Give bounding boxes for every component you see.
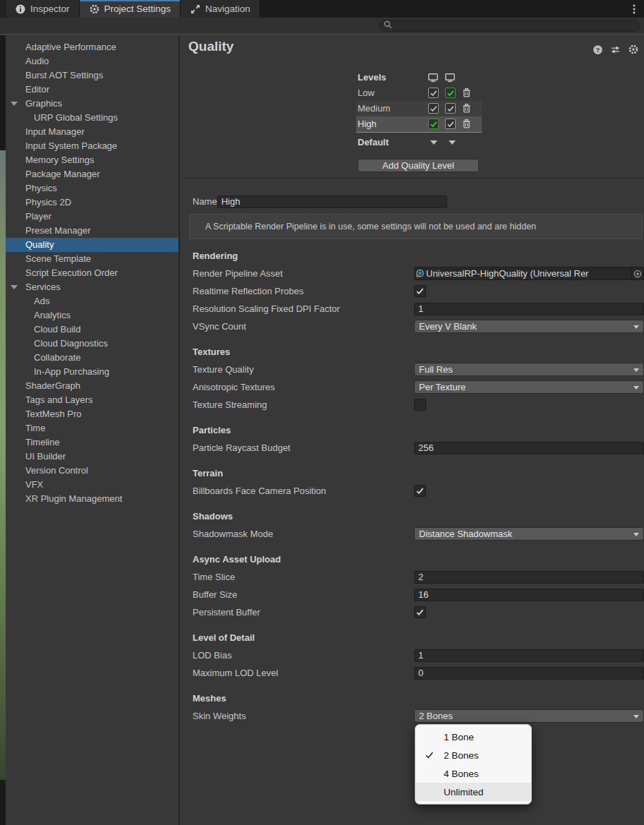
platform-checkbox[interactable] (445, 88, 456, 98)
sidebar-item-services[interactable]: Services (6, 280, 178, 294)
help-icon[interactable]: ? (593, 44, 603, 55)
platform-checkbox[interactable] (428, 88, 439, 98)
sidebar-item-ui-builder[interactable]: UI Builder (6, 450, 178, 464)
lod-bias-field[interactable]: 1 (414, 649, 644, 662)
sidebar-item-urp-global-settings[interactable]: URP Global Settings (6, 111, 178, 125)
sidebar-item-package-manager[interactable]: Package Manager (6, 167, 178, 181)
billboards-face-camera-position-checkbox[interactable] (414, 485, 426, 497)
sidebar-item-input-manager[interactable]: Input Manager (6, 125, 178, 139)
default-dropdown-arrow[interactable] (449, 140, 456, 145)
default-label: Default (358, 137, 389, 147)
check-gray-icon (446, 120, 455, 128)
sidebar-item-version-control[interactable]: Version Control (6, 464, 178, 478)
section-level-of-detail: Level of DetailLOD Bias1Maximum LOD Leve… (181, 629, 644, 682)
menu-item-label: 1 Bone (444, 732, 474, 742)
platform-checkbox[interactable] (445, 119, 456, 129)
sidebar-item-script-execution-order[interactable]: Script Execution Order (6, 266, 178, 280)
vsync-count-dropdown[interactable]: Every V Blank (414, 320, 644, 333)
sidebar-item-physics[interactable]: Physics (6, 181, 178, 195)
sidebar-item-label: Input System Package (25, 140, 117, 151)
default-dropdown-arrow[interactable] (430, 140, 437, 145)
add-quality-level-button[interactable]: Add Quality Level (358, 159, 479, 172)
search-input[interactable] (393, 20, 636, 32)
quality-level-row-medium[interactable]: Medium (356, 101, 482, 116)
delete-level-button[interactable] (461, 88, 473, 99)
delete-level-button[interactable] (461, 103, 473, 114)
skin-weights-dropdown[interactable]: 2 Bones (414, 709, 644, 723)
menu-item-4-bones[interactable]: 4 Bones (415, 764, 531, 783)
platform-checkbox[interactable] (428, 119, 439, 129)
quality-level-row-high[interactable]: High (356, 116, 482, 132)
sidebar-item-player[interactable]: Player (6, 210, 178, 224)
menu-item-2-bones[interactable]: 2 Bones (415, 746, 531, 764)
content: Adaptive PerformanceAudioBurst AOT Setti… (0, 35, 644, 825)
persistent-buffer-checkbox[interactable] (414, 606, 426, 618)
sidebar-item-textmesh-pro[interactable]: TextMesh Pro (6, 407, 178, 421)
chevron-down-icon[interactable] (11, 285, 18, 289)
sidebar-item-time[interactable]: Time (6, 421, 178, 435)
sidebar-item-memory-settings[interactable]: Memory Settings (6, 153, 178, 167)
realtime-reflection-probes-checkbox[interactable] (414, 285, 426, 297)
sidebar-item-adaptive-performance[interactable]: Adaptive Performance (6, 40, 178, 54)
preset-icon[interactable] (610, 44, 621, 55)
shadowmask-mode-dropdown[interactable]: Distance Shadowmask (414, 527, 644, 541)
name-field[interactable]: High (217, 195, 447, 208)
sidebar-item-quality[interactable]: Quality (6, 238, 178, 252)
quality-level-row-low[interactable]: Low (356, 85, 482, 101)
sidebar-item-vfx[interactable]: VFX (6, 478, 178, 492)
trash-icon (461, 103, 472, 114)
resolution-scaling-fixed-dpi-factor-field[interactable]: 1 (414, 303, 644, 315)
setting-label: Anisotropic Textures (193, 382, 414, 392)
search-box[interactable] (379, 20, 640, 32)
tab-project-settings[interactable]: Project Settings (80, 0, 181, 18)
sidebar-item-label: Input Manager (25, 126, 85, 137)
chevron-down-icon[interactable] (11, 102, 18, 106)
menu-item-unlimited[interactable]: Unlimited (415, 783, 531, 801)
platform-checkbox[interactable] (428, 103, 439, 114)
sidebar-item-cloud-build[interactable]: Cloud Build (6, 323, 178, 337)
setting-row: Texture QualityFull Res (181, 361, 644, 378)
sidebar-item-ads[interactable]: Ads (6, 294, 178, 308)
sidebar-item-label: Editor (25, 84, 49, 95)
sidebar-item-collaborate[interactable]: Collaborate (6, 351, 178, 365)
sidebar-item-tags-and-layers[interactable]: Tags and Layers (6, 393, 178, 407)
object-picker-button[interactable] (631, 267, 643, 279)
time-slice-field[interactable]: 2 (414, 571, 644, 584)
sidebar-item-analytics[interactable]: Analytics (6, 308, 178, 323)
sidebar-item-preset-manager[interactable]: Preset Manager (6, 224, 178, 238)
sidebar-item-label: Services (25, 282, 61, 292)
sidebar-item-audio[interactable]: Audio (6, 54, 178, 68)
sidebar-item-xr-plugin-management[interactable]: XR Plugin Management (6, 492, 178, 506)
tab-inspector[interactable]: Inspector (6, 0, 80, 18)
sidebar-item-scene-template[interactable]: Scene Template (6, 252, 178, 266)
menu-item-1-bone[interactable]: 1 Bone (415, 728, 531, 746)
sidebar-item-input-system-package[interactable]: Input System Package (6, 139, 178, 153)
gear-icon[interactable] (628, 44, 639, 55)
texture-quality-dropdown[interactable]: Full Res (414, 363, 644, 376)
setting-row: Particle Raycast Budget256 (181, 439, 644, 457)
sidebar-item-timeline[interactable]: Timeline (6, 435, 178, 450)
menu-item-label: 4 Bones (444, 769, 479, 779)
buffer-size-field[interactable]: 16 (414, 589, 644, 601)
particle-raycast-budget-field[interactable]: 256 (414, 442, 644, 454)
render-pipeline-asset-object-field[interactable]: UniversalRP-HighQuality (Universal Rer (414, 267, 644, 280)
sidebar-item-shadergraph[interactable]: ShaderGraph (6, 379, 178, 393)
sidebar-item-editor[interactable]: Editor (6, 83, 178, 97)
delete-level-button[interactable] (461, 119, 473, 130)
kebab-menu-button[interactable] (628, 3, 640, 16)
object-picker-icon (633, 269, 643, 279)
sidebar-item-cloud-diagnostics[interactable]: Cloud Diagnostics (6, 337, 178, 351)
section-particles: ParticlesParticle Raycast Budget256 (181, 421, 644, 457)
platform-checkbox[interactable] (445, 103, 456, 114)
sidebar-item-in-app-purchasing[interactable]: In-App Purchasing (6, 365, 178, 379)
texture-streaming-checkbox[interactable] (414, 399, 426, 411)
chevron-down-icon (633, 386, 639, 390)
sidebar-item-burst-aot-settings[interactable]: Burst AOT Settings (6, 68, 178, 83)
tab-navigation[interactable]: Navigation (181, 0, 260, 18)
anisotropic-textures-dropdown[interactable]: Per Texture (414, 380, 644, 394)
sidebar-item-label: Version Control (25, 465, 88, 476)
maximum-lod-level-field[interactable]: 0 (414, 667, 644, 680)
quality-level-name: Medium (358, 103, 390, 114)
sidebar-item-physics-2d[interactable]: Physics 2D (6, 195, 178, 210)
sidebar-item-graphics[interactable]: Graphics (6, 97, 178, 111)
